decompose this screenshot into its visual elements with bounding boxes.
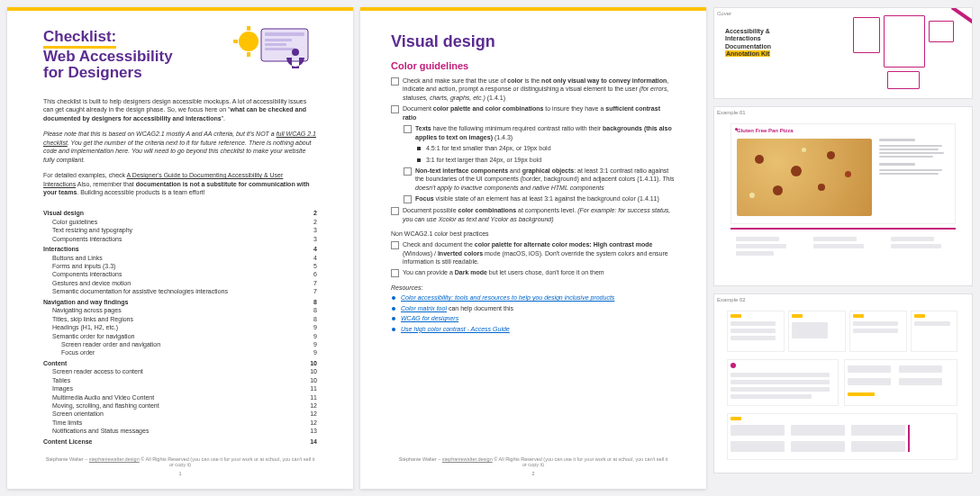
toc-row[interactable]: Forms and inputs (3.3)5 bbox=[43, 262, 317, 270]
toc-row[interactable]: Text resizing and typography3 bbox=[43, 226, 317, 234]
checkbox[interactable] bbox=[404, 167, 412, 176]
thumb-cover[interactable]: Cover Accessibility & Interactions Docum… bbox=[713, 7, 973, 99]
toc-row[interactable]: Interactions4 bbox=[43, 245, 317, 253]
kit-title: Accessibility & Interactions Documentati… bbox=[725, 28, 771, 59]
footer-site-link[interactable]: stephaniewalter.design bbox=[89, 456, 140, 462]
toc-label: Semantic order for navigation bbox=[52, 332, 134, 340]
thumb-example-01[interactable]: Example 01 Gluten Free Pan Pizza bbox=[713, 106, 973, 286]
toc-page: 3 bbox=[303, 226, 317, 234]
toc-row[interactable]: Screen reader access to content10 bbox=[43, 367, 317, 375]
toc-label: Navigating across pages bbox=[52, 306, 122, 314]
toc-label: Screen orientation bbox=[52, 410, 104, 418]
resource-item: WCAG for designers bbox=[391, 314, 676, 322]
checklist-item: Document color palette and color combina… bbox=[391, 104, 676, 122]
toc-row[interactable]: Images11 bbox=[43, 384, 317, 392]
toc-row[interactable]: Visual design2 bbox=[43, 209, 317, 217]
toc-label: Color guidelines bbox=[52, 218, 97, 226]
intro-p2b: . You get the number of the criteria nex… bbox=[43, 140, 312, 163]
thumb-example-02[interactable]: Example 02 bbox=[713, 293, 973, 473]
toc-row[interactable]: Titles, skip links and Regions8 bbox=[43, 315, 317, 323]
checkbox[interactable] bbox=[391, 269, 399, 277]
bullet-icon bbox=[392, 296, 395, 300]
subhead-non-wcag: Non WCAG2.1 color best practices bbox=[391, 230, 676, 237]
title-line1: Checklist: bbox=[43, 29, 116, 49]
intro-p1b: ". bbox=[222, 115, 225, 122]
kit-l1: Accessibility & bbox=[725, 28, 771, 35]
checkbox[interactable] bbox=[391, 207, 399, 215]
kit-l2: Interactions bbox=[725, 35, 771, 42]
resources-heading: Resources: bbox=[391, 284, 676, 291]
intro-p3a: For detailed examples, check bbox=[43, 172, 127, 178]
toc-row[interactable]: Multimedia Audio and Video Content11 bbox=[43, 393, 317, 401]
toc-row[interactable]: Moving, scrolling, and flashing content1… bbox=[43, 401, 317, 410]
toc-row[interactable]: Content License14 bbox=[43, 437, 317, 446]
toc-page: 12 bbox=[303, 419, 317, 427]
page-footer: Stéphanie Walter – stephaniewalter.desig… bbox=[396, 456, 670, 476]
toc-row[interactable]: Notifications and Status messages13 bbox=[43, 427, 317, 435]
footer-author: Stéphanie Walter – bbox=[46, 456, 89, 462]
toc-label: Notifications and Status messages bbox=[52, 427, 149, 435]
heading-color-guidelines: Color guidelines bbox=[391, 60, 676, 71]
toc-row[interactable]: Gestures and device motion7 bbox=[43, 279, 317, 287]
toc-row[interactable]: Buttons and Links4 bbox=[43, 254, 317, 262]
checkbox[interactable] bbox=[391, 105, 399, 113]
checklist-text: 3:1 for text larger than 24px, or 19px b… bbox=[426, 156, 676, 164]
bullet-icon bbox=[417, 158, 421, 162]
checklist-text: Check and document the color palette for… bbox=[403, 240, 676, 266]
example-title: Gluten Free Pan Pizza bbox=[737, 128, 794, 133]
checklist-item: Check and document the color palette for… bbox=[391, 240, 676, 266]
toc-page: 4 bbox=[303, 254, 317, 262]
toc-row[interactable]: Navigation and way findings8 bbox=[43, 298, 317, 306]
table-of-contents: Visual design2Color guidelines2Text resi… bbox=[43, 209, 317, 446]
toc-page: 10 bbox=[303, 359, 317, 367]
toc-row[interactable]: Focus order9 bbox=[43, 348, 317, 356]
footer-site-link[interactable]: stephaniewalter.design bbox=[442, 456, 493, 462]
toc-row[interactable]: Semantic order for navigation9 bbox=[43, 332, 317, 340]
toc-row[interactable]: Tables10 bbox=[43, 376, 317, 384]
toc-row[interactable]: Time limits12 bbox=[43, 419, 317, 427]
toc-page: 4 bbox=[303, 245, 317, 253]
toc-page: 5 bbox=[303, 262, 317, 270]
toc-row[interactable]: Navigating across pages8 bbox=[43, 306, 317, 314]
checklist-text: Document possible color combinations at … bbox=[403, 206, 676, 223]
toc-row[interactable]: Screen reader order and navigation9 bbox=[43, 340, 317, 348]
page-number: 2 bbox=[396, 471, 670, 476]
toc-row[interactable]: Components interactions3 bbox=[43, 235, 317, 243]
resource-item: Color accessibility: tools and resources… bbox=[391, 293, 676, 302]
toc-page: 9 bbox=[303, 332, 317, 340]
toc-page: 13 bbox=[303, 427, 317, 435]
checkbox[interactable] bbox=[391, 77, 399, 86]
resource-link[interactable]: Color accessibility: tools and resources… bbox=[401, 294, 614, 301]
toc-label: Images bbox=[52, 384, 73, 392]
intro-p3c: . Building accessible products is a team… bbox=[77, 189, 204, 195]
svg-rect-2 bbox=[265, 39, 292, 41]
toc-label: Forms and inputs (3.3) bbox=[52, 262, 115, 270]
checkbox[interactable] bbox=[404, 195, 412, 203]
checklist-item: 4.5:1 for text smaller than 24px, or 19p… bbox=[416, 144, 676, 152]
toc-row[interactable]: Semantic documentation for assistive tec… bbox=[43, 287, 317, 295]
toc-label: Moving, scrolling, and flashing content bbox=[52, 401, 159, 410]
resource-link[interactable]: Color matrix tool bbox=[401, 305, 447, 311]
toc-page: 10 bbox=[303, 376, 317, 384]
toc-row[interactable]: Headings (H1, H2, etc.)9 bbox=[43, 323, 317, 331]
title-line3: for Designers bbox=[43, 65, 142, 82]
toc-row[interactable]: Content10 bbox=[43, 359, 317, 367]
toc-row[interactable]: Color guidelines2 bbox=[43, 218, 317, 226]
checkbox[interactable] bbox=[404, 125, 412, 133]
cover-wireframe bbox=[846, 8, 972, 98]
toc-label: Titles, skip links and Regions bbox=[52, 315, 133, 323]
thumb-label: Example 02 bbox=[717, 297, 746, 302]
checkbox[interactable] bbox=[391, 241, 399, 249]
resource-item: Use high color contrast - Access Guide bbox=[391, 325, 676, 333]
bullet-icon bbox=[392, 307, 395, 311]
intro-p2a: Please note that this is based on WCAG2.… bbox=[43, 131, 277, 137]
toc-page: 12 bbox=[303, 410, 317, 418]
resource-link[interactable]: Use high color contrast - Access Guide bbox=[401, 326, 510, 332]
accent-bar bbox=[360, 7, 706, 11]
toc-page: 9 bbox=[303, 348, 317, 356]
footer-author: Stéphanie Walter – bbox=[399, 456, 442, 462]
resource-link[interactable]: WCAG for designers bbox=[401, 315, 458, 321]
toc-row[interactable]: Components interactions6 bbox=[43, 270, 317, 278]
svg-point-5 bbox=[239, 32, 259, 51]
toc-row[interactable]: Screen orientation12 bbox=[43, 410, 317, 418]
